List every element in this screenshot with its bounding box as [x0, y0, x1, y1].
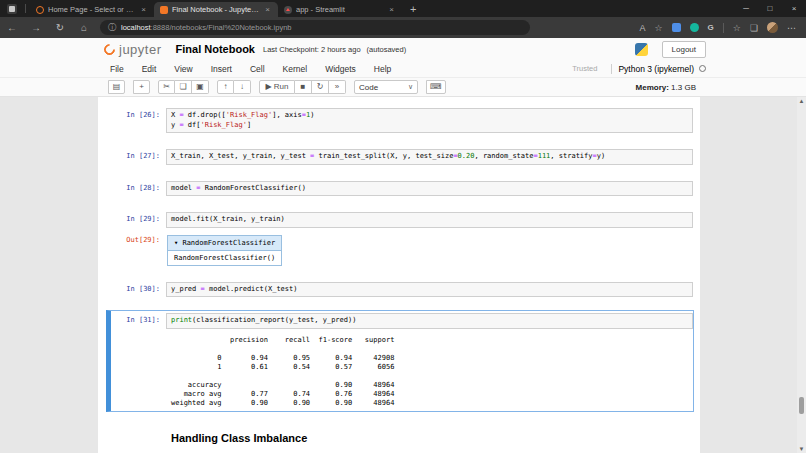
output-prompt [111, 334, 166, 408]
home-icon[interactable]: ⌂ [72, 22, 96, 33]
extension-icon-green[interactable] [690, 23, 699, 32]
menu-cell[interactable]: Cell [250, 64, 265, 74]
menu-insert[interactable]: Insert [211, 64, 232, 74]
cut-cell-button[interactable]: ✂ [158, 80, 175, 94]
menu-file[interactable]: File [110, 64, 124, 74]
browser-address-bar: ← → ↻ ⌂ ⓘ localhost:8888/notebooks/Final… [0, 17, 806, 38]
profile-avatar[interactable] [767, 22, 778, 33]
more-menu-icon[interactable]: ⋯ [787, 23, 796, 33]
tab-close-icon[interactable]: × [263, 5, 272, 14]
extension-icon-blue[interactable] [672, 23, 681, 32]
input-prompt: In [30]: [111, 282, 166, 298]
cell-type-dropdown[interactable]: Code ∨ [354, 80, 418, 94]
read-aloud-icon[interactable]: A [640, 23, 646, 33]
jupyter-menubar: File Edit View Insert Cell Kernel Widget… [0, 60, 806, 78]
menu-edit[interactable]: Edit [142, 64, 157, 74]
jupyter-header: jupyter Final Notebook Last Checkpoint: … [0, 38, 806, 60]
save-button[interactable]: ▤ [108, 80, 125, 94]
cell-input-editor[interactable]: y_pred = model.predict(X_test) [166, 282, 693, 298]
scroll-down-icon[interactable]: ▼ [797, 446, 806, 452]
workspaces-icon[interactable] [7, 4, 17, 14]
tab-close-icon[interactable]: × [387, 5, 396, 14]
move-cell-up-button[interactable]: ↑ [217, 80, 234, 94]
restart-kernel-button[interactable]: ↻ [312, 80, 329, 94]
new-tab-button[interactable]: + [402, 3, 424, 15]
estimator-header[interactable]: ▾ RandomForestClassifier [168, 236, 281, 251]
tab-separator [25, 4, 26, 13]
tab-close-icon[interactable]: × [139, 5, 148, 14]
memory-label: Memory: [636, 83, 669, 92]
code-cell[interactable]: In [31]:print(classification_report(y_te… [106, 310, 694, 412]
sklearn-estimator-widget[interactable]: ▾ RandomForestClassifierRandomForestClas… [167, 235, 282, 266]
tab-home-page[interactable]: Home Page - Select or create a n × [30, 2, 154, 17]
site-info-icon[interactable]: ⓘ [108, 22, 116, 33]
url-bar[interactable]: ⓘ localhost:8888/notebooks/Final%20Noteb… [100, 20, 530, 35]
cell-input-editor[interactable]: X = df.drop(['Risk_Flag'], axis=1)y = df… [166, 108, 693, 133]
cell-input-editor[interactable]: model.fit(X_train, y_train) [166, 212, 693, 228]
cell-input-editor[interactable]: X_train, X_test, y_train, y_test = train… [166, 149, 693, 165]
code-cell[interactable]: In [28]:model = RandomForestClassifier() [106, 178, 694, 201]
collections-icon[interactable]: ❏ [750, 23, 758, 33]
run-label: Run [274, 82, 289, 91]
menu-view[interactable]: View [174, 64, 192, 74]
input-prompt: In [26]: [111, 108, 166, 133]
back-icon[interactable]: ← [0, 22, 24, 33]
logout-button[interactable]: Logout [662, 41, 706, 58]
jupyter-logo[interactable]: jupyter [104, 42, 162, 57]
markdown-cell[interactable]: Handling Class Imbalance [106, 421, 694, 450]
paste-cell-button[interactable]: ▣ [192, 80, 209, 94]
cell-input-editor[interactable]: print(classification_report(y_test, y_pr… [166, 313, 693, 329]
code-cell[interactable]: In [30]:y_pred = model.predict(X_test) [106, 279, 694, 302]
tab-title: app - Streamlit [296, 5, 383, 14]
input-prompt: In [27]: [111, 149, 166, 165]
notebook-title[interactable]: Final Notebook [176, 43, 255, 55]
favorite-add-icon[interactable]: ☆ [655, 23, 663, 33]
forward-icon[interactable]: → [24, 22, 48, 33]
vertical-scrollbar[interactable]: ▲ ▼ [797, 97, 806, 453]
restart-run-all-button[interactable]: » [329, 80, 346, 94]
code-cell[interactable]: In [29]:model.fit(X_train, y_train)Out[2… [106, 209, 694, 270]
command-palette-button[interactable]: ⌨ [426, 80, 446, 94]
code-cell[interactable]: In [27]:X_train, X_test, y_train, y_test… [106, 146, 694, 169]
scroll-up-icon[interactable]: ▲ [797, 98, 806, 104]
interrupt-kernel-button[interactable]: ■ [295, 80, 312, 94]
streamlit-favicon [284, 6, 292, 14]
kernel-name: Python 3 (ipykernel) [618, 64, 694, 74]
favorites-icon[interactable]: ☆ [733, 23, 741, 33]
reload-icon[interactable]: ↻ [48, 22, 72, 33]
cell-input-editor[interactable]: model = RandomForestClassifier() [166, 181, 693, 197]
checkpoint-status: Last Checkpoint: 2 hours ago [263, 45, 361, 54]
tab-streamlit-app[interactable]: app - Streamlit × [278, 2, 402, 17]
notebook-page: ▸ In [26]:X = df.drop(['Risk_Flag'], axi… [98, 97, 700, 453]
tab-final-notebook[interactable]: Final Notebook - Jupyter Noteb × [154, 2, 278, 17]
menu-help[interactable]: Help [374, 64, 391, 74]
menu-widgets[interactable]: Widgets [325, 64, 356, 74]
vertical-scrollbar-thumb[interactable] [799, 397, 804, 414]
copy-cell-button[interactable]: ❏ [175, 80, 192, 94]
jupyter-favicon [36, 6, 44, 14]
browser-tab-bar: Home Page - Select or create a n × Final… [0, 0, 806, 17]
memory-indicator: Memory: 1.3 GB [636, 83, 696, 92]
minimize-button[interactable]: ─ [734, 0, 758, 17]
trusted-badge: Trusted [572, 64, 597, 73]
output-prompt: Out[29]: [111, 233, 166, 266]
cell-type-value: Code [359, 83, 378, 92]
add-cell-button[interactable]: + [133, 80, 150, 94]
memory-value: 1.3 GB [671, 83, 696, 92]
jupyter-logo-word: jupyter [119, 42, 162, 57]
close-button[interactable]: × [782, 0, 806, 17]
jupyter-toolbar: ▤ + ✂ ❏ ▣ ↑ ↓ ▶ Run ■ ↻ » Code ∨ ⌨ Memor… [0, 78, 806, 97]
maximize-button[interactable]: □ [758, 0, 782, 17]
chevron-down-icon: ∨ [408, 83, 413, 91]
code-cell[interactable]: In [26]:X = df.drop(['Risk_Flag'], axis=… [106, 105, 694, 137]
input-prompt: In [28]: [111, 181, 166, 197]
move-cell-down-button[interactable]: ↓ [234, 80, 251, 94]
tab-title: Home Page - Select or create a n [48, 5, 135, 14]
run-button[interactable]: ▶ Run [259, 80, 295, 94]
menu-kernel[interactable]: Kernel [283, 64, 308, 74]
markdown-heading: Handling Class Imbalance [166, 424, 693, 446]
kernel-divider [611, 64, 612, 74]
input-prompt: In [29]: [111, 212, 166, 228]
extension-icon-g[interactable]: G [708, 23, 714, 32]
jupyter-logo-icon [102, 41, 118, 57]
